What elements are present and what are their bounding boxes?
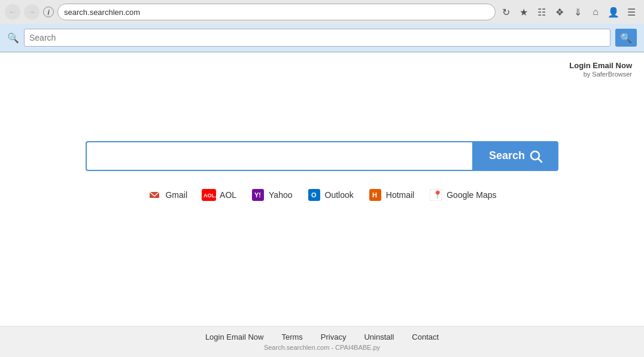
browser-chrome: ← → i ↻ ★ ☷ ❖ ⇓ ⌂ 👤 ☰ 🔍 🔍 xyxy=(0,0,644,53)
download-button[interactable]: ⇓ xyxy=(570,4,585,20)
hotmail-label: Hotmail xyxy=(386,190,414,200)
hotmail-icon: H xyxy=(368,188,382,202)
quick-link-outlook[interactable]: OOutlook xyxy=(307,188,354,202)
by-safer-browser-label: by SaferBrowser xyxy=(569,71,632,78)
reload-button[interactable]: ↻ xyxy=(499,5,512,19)
back-button[interactable]: ← xyxy=(5,4,20,20)
svg-text:AOL.: AOL. xyxy=(203,193,216,199)
yahoo-label: Yahoo xyxy=(269,190,292,200)
footer-link-login-email-now[interactable]: Login Email Now xyxy=(205,332,264,341)
menu-button[interactable]: ☰ xyxy=(624,4,639,20)
main-search-input[interactable] xyxy=(86,141,472,171)
quick-link-yahoo[interactable]: Y!Yahoo xyxy=(251,188,292,202)
aol-icon: AOL. xyxy=(202,188,216,202)
quick-link-google-maps[interactable]: 📍Google Maps xyxy=(429,188,496,202)
outlook-icon: O xyxy=(307,188,321,202)
browser-toolbar: ← → i ↻ ★ ☷ ❖ ⇓ ⌂ 👤 ☰ xyxy=(0,0,644,24)
main-search-button-icon xyxy=(530,150,542,162)
footer: Login Email NowTermsPrivacyUninstallCont… xyxy=(0,326,644,357)
quick-links-bar: GmailAOL.AOLY!YahooOOutlookHHotmail📍Goog… xyxy=(147,188,496,202)
footer-sub-text: Search.searchlen.com - CPAI4BABE.py xyxy=(0,344,644,351)
svg-line-1 xyxy=(538,158,542,162)
page-content: Login Email Now by SaferBrowser Search G… xyxy=(0,53,644,326)
address-bar[interactable] xyxy=(57,4,496,20)
profile-button[interactable]: 👤 xyxy=(606,4,621,20)
main-search-button[interactable]: Search xyxy=(472,141,558,171)
svg-text:H: H xyxy=(372,191,377,199)
pocket-button[interactable]: ❖ xyxy=(552,4,567,20)
google-maps-icon: 📍 xyxy=(429,188,443,202)
quick-link-gmail[interactable]: Gmail xyxy=(147,188,187,202)
svg-text:Y!: Y! xyxy=(254,191,261,199)
gmail-label: Gmail xyxy=(165,190,187,200)
reader-button[interactable]: ☷ xyxy=(534,4,549,20)
info-button[interactable]: i xyxy=(43,7,54,17)
main-search-button-label: Search xyxy=(489,149,525,162)
quick-link-hotmail[interactable]: HHotmail xyxy=(368,188,414,202)
search-bar-input[interactable] xyxy=(24,29,610,47)
yahoo-icon: Y! xyxy=(251,188,265,202)
outlook-label: Outlook xyxy=(325,190,354,200)
gmail-icon xyxy=(147,188,162,202)
center-search-area: Search GmailAOL.AOLY!YahooOOutlookHHotma… xyxy=(0,53,644,326)
search-bar-magnifier-icon: 🔍 xyxy=(7,32,19,44)
forward-button[interactable]: → xyxy=(24,4,40,20)
main-search-box: Search xyxy=(86,141,558,171)
home-button[interactable]: ⌂ xyxy=(588,4,603,20)
google-maps-label: Google Maps xyxy=(446,190,496,200)
top-right-login-area: Login Email Now by SaferBrowser xyxy=(569,60,632,78)
quick-link-aol[interactable]: AOL.AOL xyxy=(202,188,236,202)
login-email-now-link[interactable]: Login Email Now xyxy=(569,61,632,70)
footer-link-uninstall[interactable]: Uninstall xyxy=(364,332,394,341)
svg-text:📍: 📍 xyxy=(433,190,442,200)
toolbar-icons: ★ ☷ ❖ ⇓ ⌂ 👤 ☰ xyxy=(516,4,639,20)
search-bar-area: 🔍 🔍 xyxy=(0,24,644,52)
footer-link-privacy[interactable]: Privacy xyxy=(321,332,347,341)
svg-text:O: O xyxy=(311,191,317,199)
aol-label: AOL xyxy=(220,190,236,200)
footer-link-terms[interactable]: Terms xyxy=(281,332,302,341)
footer-links: Login Email NowTermsPrivacyUninstallCont… xyxy=(0,332,644,341)
bookmark-star-button[interactable]: ★ xyxy=(516,4,531,20)
footer-link-contact[interactable]: Contact xyxy=(412,332,439,341)
search-bar-button[interactable]: 🔍 xyxy=(615,29,637,47)
